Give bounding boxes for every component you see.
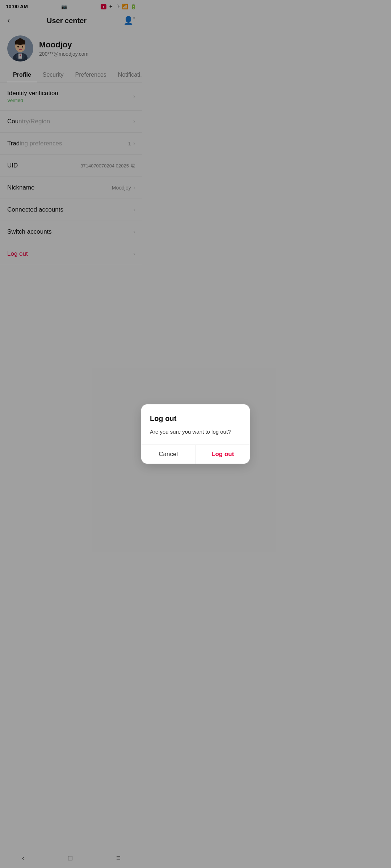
modal-overlay[interactable]: Log out Are you sure you want to log out… — [0, 0, 142, 308]
